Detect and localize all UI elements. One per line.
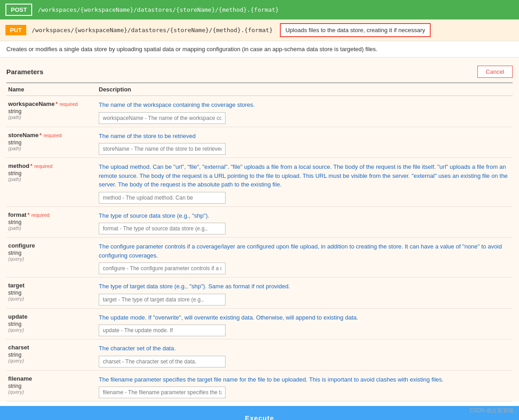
param-location: (query): [8, 327, 95, 333]
col-header-name: Name: [6, 83, 97, 96]
param-location: (path): [8, 177, 95, 182]
param-desc-cell: The upload method. Can be "url", "file",…: [97, 158, 513, 207]
param-table: Name Description workspaceName*requireds…: [6, 82, 513, 401]
param-name: charset: [8, 344, 95, 351]
param-location: (path): [8, 146, 95, 151]
param-description: The type of target data store (e.g., "sh…: [99, 282, 511, 291]
param-description: The update mode. If "overwrite", will ov…: [99, 313, 511, 322]
required-label: required: [43, 133, 62, 138]
param-description: The filename parameter specifies the tar…: [99, 375, 511, 384]
table-row: format*requiredstring(path)The type of s…: [6, 206, 513, 238]
param-input[interactable]: [99, 325, 226, 336]
param-input[interactable]: [99, 112, 226, 124]
table-row: targetstring(query)The type of target da…: [6, 277, 513, 309]
post-badge: POST: [5, 4, 32, 16]
params-section: Parameters Cancel Name Description works…: [0, 57, 519, 401]
param-description: The name of the workspace containing the…: [99, 100, 511, 110]
param-desc-cell: The filename parameter specifies the tar…: [97, 370, 513, 401]
param-name: configure: [8, 242, 95, 249]
param-desc-cell: The name of the store to be retrieved: [97, 127, 513, 158]
execute-button[interactable]: Execute: [227, 411, 293, 420]
param-input[interactable]: [99, 143, 226, 155]
put-path: /workspaces/{workspaceName}/datastores/{…: [32, 27, 273, 33]
param-desc-cell: The character set of the data.: [97, 339, 513, 371]
required-label: required: [59, 101, 77, 107]
param-desc-cell: The update mode. If "overwrite", will ov…: [97, 308, 513, 339]
param-desc-cell: The type of target data store (e.g., "sh…: [97, 277, 513, 309]
param-description: The character set of the data.: [99, 344, 511, 353]
summary-text: Creates or modifies a single data store …: [0, 41, 519, 57]
params-header: Parameters Cancel: [6, 62, 513, 82]
param-desc-cell: The name of the workspace containing the…: [97, 96, 513, 127]
param-name-cell: method*requiredstring(path): [6, 158, 97, 207]
param-type: string: [8, 290, 95, 296]
param-name-cell: storeName*requiredstring(path): [6, 127, 97, 158]
watermark: CSDN @占星安喵: [469, 407, 514, 415]
table-row: updatestring(query)The update mode. If "…: [6, 308, 513, 339]
param-type: string: [8, 321, 95, 327]
param-name: method*required: [8, 162, 95, 169]
param-description: The configure parameter controls if a co…: [99, 242, 511, 260]
put-badge: PUT: [5, 25, 26, 35]
param-description: The upload method. Can be "url", "file",…: [99, 162, 511, 189]
required-label: required: [34, 163, 53, 169]
put-bar: PUT /workspaces/{workspaceName}/datastor…: [0, 19, 519, 41]
table-row: configurestring(query)The configure para…: [6, 238, 513, 277]
param-description: The type of source data store (e.g., "sh…: [99, 211, 511, 220]
param-location: (path): [8, 225, 95, 231]
required-star: *: [39, 132, 42, 138]
table-row: workspaceName*requiredstring(path)The na…: [6, 96, 513, 127]
put-description: Uploads files to the data store, creatin…: [280, 23, 431, 37]
table-row: filenamestring(query)The filename parame…: [6, 370, 513, 401]
param-name: update: [8, 313, 95, 320]
param-input[interactable]: [99, 294, 226, 305]
param-location: (query): [8, 256, 95, 262]
param-type: string: [8, 219, 95, 225]
required-star: *: [56, 101, 58, 107]
param-name-cell: configurestring(query): [6, 238, 97, 277]
execute-bar: Execute: [0, 406, 519, 420]
param-name-cell: charsetstring(query): [6, 339, 97, 371]
param-name-cell: filenamestring(query): [6, 370, 97, 401]
param-name: filename: [8, 375, 95, 382]
param-input[interactable]: [99, 192, 226, 204]
cancel-button[interactable]: Cancel: [477, 66, 513, 78]
param-name-cell: format*requiredstring(path): [6, 206, 97, 238]
table-row: storeName*requiredstring(path)The name o…: [6, 127, 513, 158]
param-location: (query): [8, 296, 95, 301]
param-name: storeName*required: [8, 132, 95, 138]
param-name: target: [8, 282, 95, 289]
required-star: *: [27, 212, 29, 218]
required-star: *: [30, 163, 33, 169]
param-name-cell: updatestring(query): [6, 308, 97, 339]
param-description: The name of the store to be retrieved: [99, 132, 511, 141]
param-name-cell: workspaceName*requiredstring(path): [6, 96, 97, 127]
param-input[interactable]: [99, 262, 226, 274]
param-name: format*required: [8, 211, 95, 218]
col-header-description: Description: [97, 83, 513, 96]
post-path: /workspaces/{workspaceName}/datastores/{…: [38, 6, 279, 13]
params-title: Parameters: [6, 68, 43, 76]
param-input[interactable]: [99, 356, 226, 368]
param-desc-cell: The configure parameter controls if a co…: [97, 238, 513, 277]
param-type: string: [8, 352, 95, 358]
post-bar: POST /workspaces/{workspaceName}/datasto…: [0, 0, 519, 19]
param-location: (query): [8, 389, 95, 395]
table-row: method*requiredstring(path)The upload me…: [6, 158, 513, 207]
param-type: string: [8, 383, 95, 389]
param-type: string: [8, 250, 95, 256]
param-input[interactable]: [99, 387, 226, 398]
param-location: (query): [8, 358, 95, 363]
param-type: string: [8, 170, 95, 177]
param-type: string: [8, 139, 95, 146]
param-name: workspaceName*required: [8, 100, 95, 107]
table-row: charsetstring(query)The character set of…: [6, 339, 513, 371]
param-location: (path): [8, 115, 95, 120]
param-desc-cell: The type of source data store (e.g., "sh…: [97, 206, 513, 238]
param-input[interactable]: [99, 223, 226, 234]
required-label: required: [31, 212, 49, 218]
param-name-cell: targetstring(query): [6, 277, 97, 309]
param-type: string: [8, 108, 95, 115]
